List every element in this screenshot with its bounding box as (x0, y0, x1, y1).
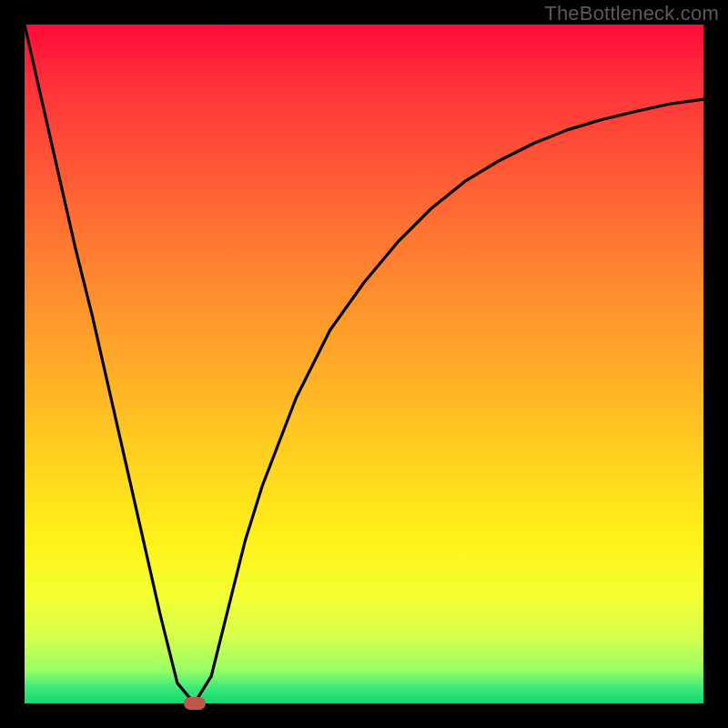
watermark-text: TheBottleneck.com (544, 2, 719, 25)
bottleneck-curve (25, 25, 703, 703)
optimum-marker (184, 697, 206, 710)
chart-frame: TheBottleneck.com (0, 0, 728, 728)
plot-area (25, 25, 703, 703)
